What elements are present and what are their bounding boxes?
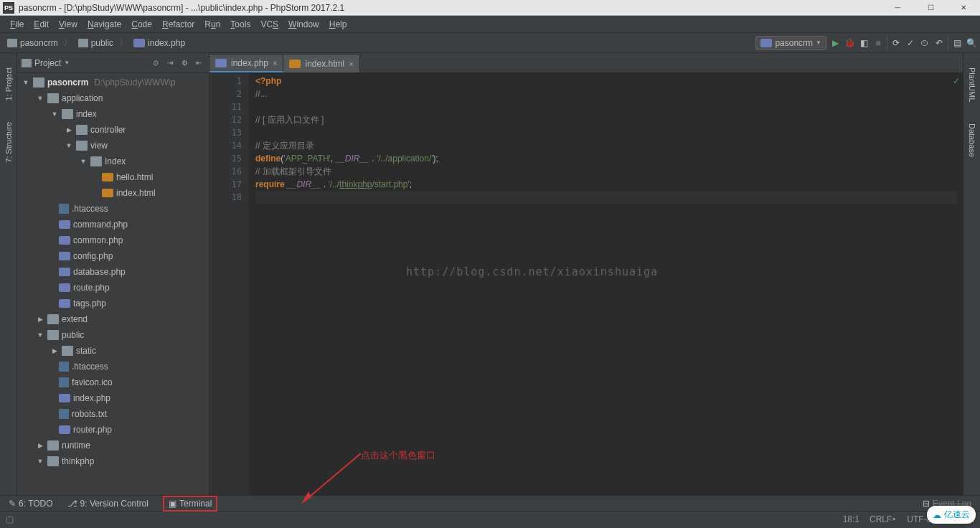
maximize-button[interactable]: ☐ (914, 0, 947, 16)
debug-button[interactable]: 🐞 (844, 37, 855, 49)
editor-area: index.php× index.html× 12111213141516171… (209, 53, 963, 495)
breadcrumb: pasoncrm 〉 public 〉 index.php (3, 37, 189, 50)
app-icon: PS (3, 2, 14, 14)
todo-tool-button[interactable]: ✎6: TODO (9, 499, 53, 509)
svg-line-0 (306, 453, 361, 500)
project-tool-button[interactable]: 1: Project (4, 67, 13, 100)
right-tool-strip: PlantUML Database (963, 53, 980, 495)
database-tool-button[interactable]: Database (968, 123, 976, 157)
hide-icon[interactable]: ⇤ (193, 57, 204, 69)
left-tool-strip: 1: Project 7: Structure (0, 53, 17, 495)
crumb-folder[interactable]: public (74, 37, 118, 50)
menu-edit[interactable]: Edit (29, 18, 53, 31)
window-title: pasoncrm - [D:\phpStudy\WWW\pasoncrm] - … (19, 3, 344, 13)
inspection-ok-icon[interactable]: ✓ (953, 76, 960, 86)
minimize-button[interactable]: ─ (881, 0, 914, 16)
commit-icon[interactable]: ✓ (905, 37, 916, 49)
caret-position[interactable]: 18:1 (843, 514, 859, 524)
locate-icon[interactable]: ⊙ (150, 57, 161, 69)
chevron-right-icon: 〉 (119, 37, 128, 49)
navbar: pasoncrm 〉 public 〉 index.php pasoncrm▼ … (0, 33, 980, 53)
menu-help[interactable]: Help (325, 18, 352, 31)
crumb-file[interactable]: index.php (129, 37, 189, 50)
statusbar: ▢ 18:1 CRLF‣ UTF-8‣ Git: ma (0, 511, 980, 527)
structure-icon[interactable]: ▤ (951, 37, 963, 49)
history-icon[interactable]: ⏲ (919, 37, 930, 49)
cloud-icon: ☁ (933, 510, 941, 520)
menu-refactor[interactable]: Refactor (158, 18, 199, 31)
php-file-icon (59, 268, 70, 276)
menubar: File Edit View Navigate Code Refactor Ru… (0, 16, 980, 33)
code-editor[interactable]: ✓ <?php //... // [ 应用入口文件 ] // 定义应用目录 de… (250, 73, 963, 495)
search-icon[interactable]: 🔍 (966, 37, 977, 49)
menu-run[interactable]: Run (200, 18, 225, 31)
plantuml-tool-button[interactable]: PlantUML (968, 67, 976, 102)
vcs-tool-button[interactable]: ⎇9: Version Control (67, 499, 149, 509)
update-project-icon[interactable]: ⟳ (890, 37, 902, 49)
bottom-tools: ✎6: TODO ⎇9: Version Control ▣Terminal ⊟… (0, 495, 980, 511)
menu-vcs[interactable]: VCS (256, 18, 283, 31)
titlebar: PS pasoncrm - [D:\phpStudy\WWW\pasoncrm]… (0, 0, 980, 16)
php-file-icon (59, 299, 70, 308)
panel-title: Project (34, 58, 61, 68)
ico-file-icon (59, 377, 69, 387)
file-icon (59, 204, 69, 214)
close-icon[interactable]: × (273, 59, 277, 67)
project-panel: Project▼ ⊙ ⇥ ⚙ ⇤ ▼pasoncrmD:\phpStudy\WW… (17, 53, 209, 495)
html-file-icon (102, 189, 113, 197)
revert-icon[interactable]: ↶ (933, 37, 945, 49)
tab-indexphp[interactable]: index.php× (209, 54, 283, 72)
html-file-icon (102, 173, 113, 182)
menu-navigate[interactable]: Navigate (83, 18, 126, 31)
php-file-icon (59, 252, 70, 260)
menu-file[interactable]: File (6, 18, 28, 31)
chevron-right-icon: 〉 (64, 37, 72, 49)
php-file-icon (59, 236, 70, 245)
terminal-tool-button[interactable]: ▣Terminal (163, 496, 217, 512)
menu-tools[interactable]: Tools (226, 18, 255, 31)
status-icon[interactable]: ▢ (6, 514, 14, 524)
menu-code[interactable]: Code (127, 18, 156, 31)
php-file-icon (59, 283, 70, 292)
gear-icon[interactable]: ⚙ (179, 57, 190, 69)
run-button[interactable]: ▶ (829, 37, 841, 49)
crumb-project[interactable]: pasoncrm (3, 37, 62, 50)
close-button[interactable]: ✕ (947, 0, 980, 16)
annotation-text: 点击这个黑色窗口 (361, 449, 435, 462)
coverage-button[interactable]: ◧ (858, 37, 870, 49)
structure-tool-button[interactable]: 7: Structure (4, 122, 13, 163)
tab-indexhtml[interactable]: index.html× (283, 54, 359, 72)
line-separator[interactable]: CRLF‣ (870, 514, 897, 524)
close-icon[interactable]: × (349, 60, 353, 68)
cloud-badge: ☁亿速云 (927, 506, 976, 524)
watermark: http://blog.csdn.net/xiaoxinshuaiga (406, 265, 658, 278)
php-file-icon (59, 394, 70, 402)
php-file-icon (59, 220, 70, 229)
menu-window[interactable]: Window (284, 18, 324, 31)
txt-file-icon (59, 409, 69, 419)
project-tree[interactable]: ▼pasoncrmD:\phpStudy\WWW\p ▼application … (17, 73, 209, 495)
stop-button[interactable]: ■ (872, 37, 884, 49)
gutter[interactable]: 121112131415161718 (209, 73, 250, 495)
run-config-select[interactable]: pasoncrm▼ (755, 36, 826, 50)
file-icon (59, 362, 69, 372)
menu-view[interactable]: View (55, 18, 82, 31)
collapse-icon[interactable]: ⇥ (164, 57, 176, 69)
php-file-icon (59, 425, 70, 434)
